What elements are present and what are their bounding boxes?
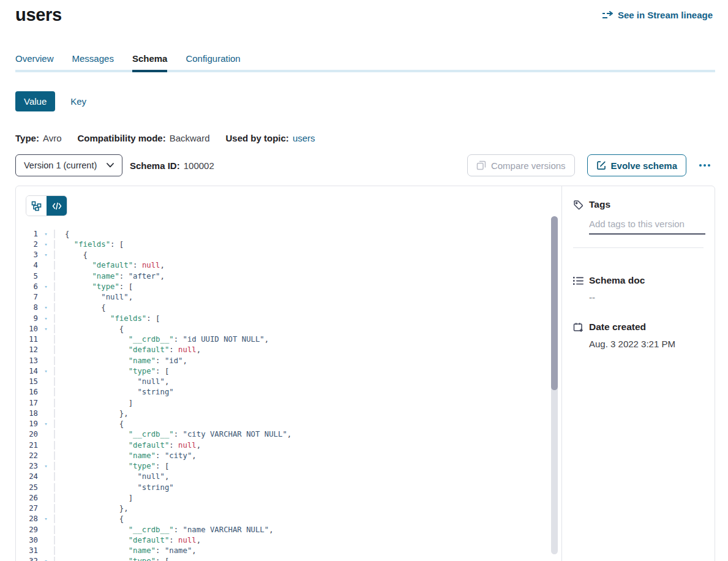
fold-toggle-icon[interactable]: ▾ [38, 516, 54, 522]
code-text: "default": null, [54, 536, 201, 544]
line-number: 2 [16, 240, 38, 249]
fold-toggle-icon[interactable]: ▾ [38, 421, 54, 427]
fold-toggle-icon[interactable]: ▾ [38, 231, 54, 237]
code-text: "null", [54, 377, 169, 386]
compare-versions-icon [476, 160, 486, 170]
date-created-section-header: Date created [573, 322, 705, 333]
code-text: "type": [ [54, 462, 169, 470]
line-number: 10 [16, 325, 38, 333]
value-toggle-button[interactable]: Value [15, 91, 55, 111]
code-view-icon [52, 202, 62, 210]
code-view-button[interactable] [47, 196, 67, 216]
topic-link[interactable]: users [293, 133, 315, 143]
line-number: 28 [16, 514, 38, 523]
chevron-down-icon [107, 163, 114, 168]
editor-scrollbar[interactable] [551, 216, 558, 554]
code-line: 1▾{ [16, 228, 561, 239]
code-line: 26 ] [16, 492, 561, 503]
code-text: "string" [54, 388, 174, 396]
compatibility-label: Compatibility mode: [77, 133, 165, 143]
code-line: 15 "null", [16, 377, 561, 387]
fold-toggle-icon[interactable]: ▾ [38, 304, 54, 311]
code-line: 7 "null", [16, 292, 561, 303]
fold-toggle-icon[interactable]: ▾ [38, 284, 54, 290]
code-text: ] [54, 494, 133, 502]
code-text: "null", [54, 293, 133, 301]
code-line: 13 "name": "id", [16, 355, 561, 366]
line-number: 32 [16, 557, 38, 561]
line-number: 26 [16, 494, 38, 502]
code-line: 4 "default": null, [16, 260, 561, 271]
code-line: 6▾ "type": [ [16, 281, 561, 292]
schema-id-label: Schema ID: [130, 160, 180, 171]
code-text: }, [54, 504, 129, 513]
code-text: "__crdb__": "name VARCHAR NULL", [54, 525, 274, 534]
line-number: 12 [16, 345, 38, 354]
sidebar-divider [573, 247, 704, 248]
compare-versions-button[interactable]: Compare versions [467, 154, 575, 176]
tab-schema[interactable]: Schema [132, 53, 168, 72]
line-number: 8 [16, 303, 38, 312]
code-line: 25 "string" [16, 482, 561, 492]
code-editor-content[interactable]: 1▾{2▾ "fields": [3▾ {4 "default": null,5… [16, 228, 561, 561]
add-tags-input[interactable] [589, 219, 705, 235]
version-bar: Version 1 (current) Schema ID: 100002 Co… [15, 154, 713, 176]
code-line: 10▾ { [16, 323, 561, 334]
tree-view-button[interactable] [26, 196, 47, 216]
line-number: 21 [16, 441, 38, 450]
tags-section-header: Tags [573, 199, 705, 210]
line-number: 3 [16, 250, 38, 259]
code-line: 17 ] [16, 397, 561, 408]
line-number: 22 [16, 451, 38, 460]
key-toggle-button[interactable]: Key [70, 96, 86, 107]
page-title: users [15, 5, 62, 25]
line-number: 23 [16, 462, 38, 470]
code-line: 23▾ "type": [ [16, 461, 561, 472]
line-number: 6 [16, 282, 38, 291]
code-text: { [54, 303, 106, 312]
version-select[interactable]: Version 1 (current) [15, 154, 122, 176]
type-value: Avro [43, 133, 62, 143]
stream-lineage-label: See in Stream lineage [618, 10, 713, 20]
tab-overview[interactable]: Overview [15, 53, 54, 72]
line-number: 31 [16, 546, 38, 555]
code-line: 3▾ { [16, 250, 561, 260]
schema-panel: 1▾{2▾ "fields": [3▾ {4 "default": null,5… [15, 186, 715, 561]
tree-view-icon [31, 201, 42, 211]
line-number: 14 [16, 367, 38, 375]
more-actions-button[interactable] [697, 162, 713, 169]
fold-toggle-icon[interactable]: ▾ [38, 326, 54, 332]
fold-toggle-icon[interactable]: ▾ [38, 463, 54, 469]
code-line: 9▾ "fields": [ [16, 313, 561, 323]
schema-doc-section-header: Schema doc [573, 275, 705, 286]
date-created-heading: Date created [589, 322, 646, 333]
stream-lineage-link[interactable]: See in Stream lineage [602, 10, 713, 20]
code-line: 18 }, [16, 408, 561, 418]
code-line: 19▾ { [16, 419, 561, 429]
fold-toggle-icon[interactable]: ▾ [38, 558, 54, 561]
fold-toggle-icon[interactable]: ▾ [38, 368, 54, 374]
line-number: 25 [16, 483, 38, 492]
fold-toggle-icon[interactable]: ▾ [38, 241, 54, 247]
schema-editor: 1▾{2▾ "fields": [3▾ {4 "default": null,5… [16, 186, 562, 561]
code-line: 21 "default": null, [16, 440, 561, 450]
tab-messages[interactable]: Messages [72, 53, 114, 72]
code-line: 29 "__crdb__": "name VARCHAR NULL", [16, 524, 561, 535]
fold-toggle-icon[interactable]: ▾ [38, 315, 54, 322]
edit-icon [596, 160, 606, 170]
fold-toggle-icon[interactable]: ▾ [38, 252, 54, 258]
code-text: "name": "name", [54, 546, 197, 555]
schema-doc-heading: Schema doc [589, 275, 645, 286]
code-text: { [54, 325, 124, 333]
editor-scrollbar-thumb[interactable] [551, 216, 558, 390]
evolve-schema-button[interactable]: Evolve schema [587, 154, 686, 176]
code-text: "default": null, [54, 261, 165, 269]
code-line: 20 "__crdb__": "city VARCHAR NOT NULL", [16, 429, 561, 440]
more-actions-icon [699, 164, 702, 167]
code-text: "__crdb__": "city VARCHAR NOT NULL", [54, 430, 291, 439]
stream-lineage-icon [602, 11, 614, 20]
tab-configuration[interactable]: Configuration [186, 53, 240, 72]
line-number: 18 [16, 409, 38, 418]
code-text: "string" [54, 483, 174, 492]
code-line: 12 "default": null, [16, 345, 561, 355]
